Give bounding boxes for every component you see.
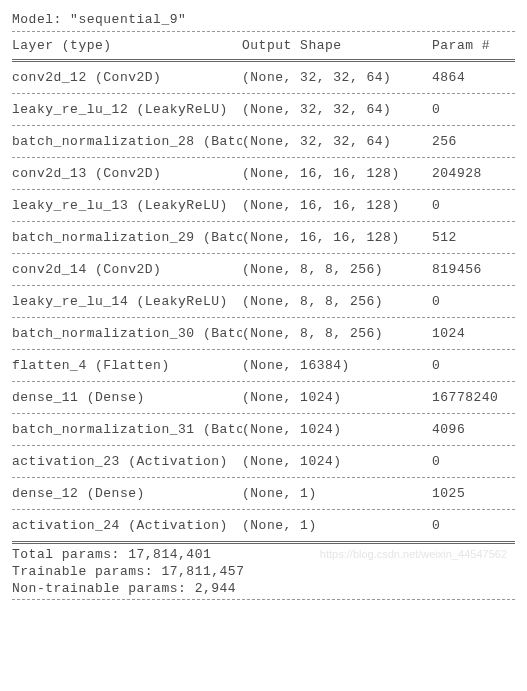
param-cell: 0 — [432, 358, 515, 373]
total-params: Total params: 17,814,401 — [12, 546, 515, 563]
shape-cell: (None, 16, 16, 128) — [242, 198, 432, 213]
divider — [12, 541, 515, 544]
param-cell: 1024 — [432, 326, 515, 341]
shape-cell: (None, 1) — [242, 518, 432, 533]
table-row: leaky_re_lu_12 (LeakyReLU)(None, 32, 32,… — [12, 96, 515, 123]
model-summary: Model: "sequential_9" Layer (type) Outpu… — [12, 12, 515, 600]
param-cell: 0 — [432, 198, 515, 213]
table-header: Layer (type) Output Shape Param # — [12, 34, 515, 57]
param-cell: 0 — [432, 102, 515, 117]
non-trainable-params: Non-trainable params: 2,944 — [12, 580, 515, 597]
table-row: batch_normalization_29 (Batc(None, 16, 1… — [12, 224, 515, 251]
table-row: flatten_4 (Flatten)(None, 16384)0 — [12, 352, 515, 379]
shape-cell: (None, 16, 16, 128) — [242, 166, 432, 181]
layer-cell: conv2d_13 (Conv2D) — [12, 166, 242, 181]
divider — [12, 189, 515, 190]
layer-cell: activation_24 (Activation) — [12, 518, 242, 533]
table-row: batch_normalization_28 (Batc(None, 32, 3… — [12, 128, 515, 155]
layer-cell: conv2d_12 (Conv2D) — [12, 70, 242, 85]
divider — [12, 285, 515, 286]
divider — [12, 253, 515, 254]
layer-cell: batch_normalization_30 (Batc — [12, 326, 242, 341]
layer-cell: activation_23 (Activation) — [12, 454, 242, 469]
shape-cell: (None, 1024) — [242, 454, 432, 469]
layer-cell: leaky_re_lu_14 (LeakyReLU) — [12, 294, 242, 309]
shape-cell: (None, 16384) — [242, 358, 432, 373]
param-cell: 512 — [432, 230, 515, 245]
divider — [12, 445, 515, 446]
trainable-params: Trainable params: 17,811,457 — [12, 563, 515, 580]
shape-cell: (None, 8, 8, 256) — [242, 326, 432, 341]
table-row: activation_24 (Activation)(None, 1)0 — [12, 512, 515, 539]
layer-cell: dense_11 (Dense) — [12, 390, 242, 405]
layer-cell: leaky_re_lu_12 (LeakyReLU) — [12, 102, 242, 117]
divider — [12, 221, 515, 222]
divider — [12, 157, 515, 158]
table-body: conv2d_12 (Conv2D)(None, 32, 32, 64)4864… — [12, 64, 515, 539]
table-row: dense_12 (Dense)(None, 1)1025 — [12, 480, 515, 507]
table-row: activation_23 (Activation)(None, 1024)0 — [12, 448, 515, 475]
param-cell: 0 — [432, 518, 515, 533]
divider — [12, 349, 515, 350]
shape-cell: (None, 32, 32, 64) — [242, 70, 432, 85]
layer-cell: batch_normalization_28 (Batc — [12, 134, 242, 149]
header-layer: Layer (type) — [12, 38, 242, 53]
table-row: leaky_re_lu_14 (LeakyReLU)(None, 8, 8, 2… — [12, 288, 515, 315]
shape-cell: (None, 32, 32, 64) — [242, 102, 432, 117]
divider — [12, 477, 515, 478]
table-row: conv2d_12 (Conv2D)(None, 32, 32, 64)4864 — [12, 64, 515, 91]
model-name: Model: "sequential_9" — [12, 12, 515, 27]
table-row: conv2d_13 (Conv2D)(None, 16, 16, 128)204… — [12, 160, 515, 187]
param-cell: 16778240 — [432, 390, 515, 405]
param-cell: 819456 — [432, 262, 515, 277]
header-shape: Output Shape — [242, 38, 432, 53]
layer-cell: batch_normalization_29 (Batc — [12, 230, 242, 245]
divider — [12, 59, 515, 62]
param-cell: 0 — [432, 294, 515, 309]
divider — [12, 413, 515, 414]
table-row: conv2d_14 (Conv2D)(None, 8, 8, 256)81945… — [12, 256, 515, 283]
param-cell: 4096 — [432, 422, 515, 437]
shape-cell: (None, 8, 8, 256) — [242, 262, 432, 277]
divider — [12, 599, 515, 600]
header-param: Param # — [432, 38, 515, 53]
param-cell: 204928 — [432, 166, 515, 181]
divider — [12, 509, 515, 510]
shape-cell: (None, 1024) — [242, 422, 432, 437]
divider — [12, 93, 515, 94]
shape-cell: (None, 16, 16, 128) — [242, 230, 432, 245]
param-cell: 256 — [432, 134, 515, 149]
layer-cell: conv2d_14 (Conv2D) — [12, 262, 242, 277]
param-cell: 4864 — [432, 70, 515, 85]
table-row: dense_11 (Dense)(None, 1024)16778240 — [12, 384, 515, 411]
divider — [12, 125, 515, 126]
shape-cell: (None, 1024) — [242, 390, 432, 405]
param-cell: 0 — [432, 454, 515, 469]
layer-cell: leaky_re_lu_13 (LeakyReLU) — [12, 198, 242, 213]
layer-cell: flatten_4 (Flatten) — [12, 358, 242, 373]
table-row: batch_normalization_30 (Batc(None, 8, 8,… — [12, 320, 515, 347]
layer-cell: dense_12 (Dense) — [12, 486, 242, 501]
divider — [12, 31, 515, 32]
layer-cell: batch_normalization_31 (Batc — [12, 422, 242, 437]
param-cell: 1025 — [432, 486, 515, 501]
table-row: batch_normalization_31 (Batc(None, 1024)… — [12, 416, 515, 443]
shape-cell: (None, 1) — [242, 486, 432, 501]
shape-cell: (None, 8, 8, 256) — [242, 294, 432, 309]
shape-cell: (None, 32, 32, 64) — [242, 134, 432, 149]
divider — [12, 381, 515, 382]
divider — [12, 317, 515, 318]
table-row: leaky_re_lu_13 (LeakyReLU)(None, 16, 16,… — [12, 192, 515, 219]
